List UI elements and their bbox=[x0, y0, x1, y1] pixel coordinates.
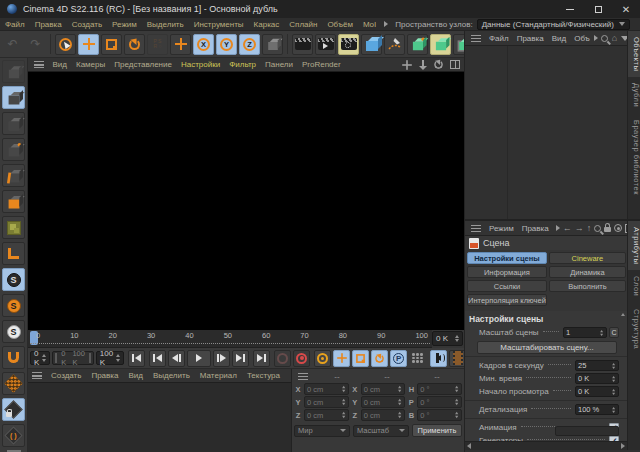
vp-menu-prorender[interactable]: ProRender bbox=[297, 60, 345, 69]
menu-edit[interactable]: Правка bbox=[30, 20, 67, 29]
preview-start-input[interactable]: 0 K bbox=[575, 386, 619, 397]
om-menu-view[interactable]: Вид bbox=[548, 34, 570, 43]
horizontal-scrollbar[interactable] bbox=[465, 441, 627, 450]
goto-end-button[interactable] bbox=[253, 350, 270, 367]
menu-mesh[interactable]: Каркас bbox=[249, 20, 285, 29]
spline-pen-button[interactable] bbox=[384, 34, 405, 55]
mat-menu-edit[interactable]: Правка bbox=[86, 371, 123, 380]
mat-menu-texture[interactable]: Текстура bbox=[242, 371, 285, 380]
om-menu-objects[interactable]: Объ bbox=[570, 34, 591, 43]
menu-tools[interactable]: Инструменты bbox=[189, 20, 249, 29]
object-menu-icon[interactable] bbox=[471, 35, 481, 42]
am-forward-icon[interactable]: → bbox=[575, 224, 584, 233]
coords-mode-dropdown[interactable]: Масштаб bbox=[353, 425, 409, 437]
vp-menu-display[interactable]: Представление bbox=[110, 60, 177, 69]
render-view-button[interactable] bbox=[292, 34, 313, 55]
timeline-ruler[interactable]: 0 10 20 30 40 50 60 70 80 90 100 bbox=[28, 330, 432, 348]
global-axis-button[interactable] bbox=[170, 34, 191, 55]
prev-frame-button[interactable] bbox=[168, 350, 185, 367]
menu-volume[interactable]: Объём bbox=[322, 20, 358, 29]
subdivision-surface-button[interactable] bbox=[407, 34, 428, 55]
size-x-field[interactable]: 0 cm bbox=[361, 383, 406, 395]
move-tool-button[interactable] bbox=[78, 34, 99, 55]
coords-size-header[interactable]: -- bbox=[362, 372, 412, 381]
add-cube-button[interactable] bbox=[361, 34, 382, 55]
rotate-tool-button[interactable] bbox=[124, 34, 145, 55]
om-search-icon[interactable] bbox=[601, 35, 608, 42]
tab-layers[interactable]: Слои bbox=[628, 270, 640, 302]
lock-z-button[interactable]: Z bbox=[239, 34, 260, 55]
texture-mode-button[interactable] bbox=[2, 112, 25, 135]
viewport-pan-icon[interactable] bbox=[401, 59, 412, 70]
size-y-field[interactable]: 0 cm bbox=[361, 396, 406, 408]
fps-input[interactable]: 25 bbox=[575, 360, 619, 371]
current-frame-spinner[interactable]: 0 K bbox=[30, 351, 50, 365]
scene-object-row[interactable]: Сцена bbox=[465, 236, 627, 250]
am-focus-icon[interactable] bbox=[614, 224, 622, 232]
record-button[interactable] bbox=[274, 350, 291, 367]
redo-button[interactable]: ↷ bbox=[25, 34, 46, 55]
key-position-button[interactable] bbox=[333, 350, 350, 367]
menu-overflow-icon[interactable] bbox=[384, 21, 388, 27]
am-lock-icon[interactable] bbox=[604, 227, 611, 232]
om-menu-overflow-icon[interactable] bbox=[594, 35, 598, 41]
next-key-button[interactable] bbox=[232, 350, 249, 367]
coordinate-system-button[interactable] bbox=[262, 34, 283, 55]
planar-workplane-button[interactable]: ( ) bbox=[2, 424, 25, 447]
menu-file[interactable]: Файл bbox=[0, 20, 30, 29]
scale-scene-button[interactable]: Масштабировать сцену... bbox=[477, 341, 617, 354]
material-menu-icon[interactable] bbox=[32, 372, 42, 379]
mat-menu-select[interactable]: Выделить bbox=[148, 371, 195, 380]
last-tool-button[interactable]: P SR ○ bbox=[147, 34, 168, 55]
lock-x-button[interactable]: X bbox=[193, 34, 214, 55]
min-time-input[interactable]: 0 K bbox=[575, 373, 619, 384]
key-parameter-button[interactable]: P bbox=[390, 350, 407, 367]
rot-p-field[interactable]: 0 ° bbox=[417, 396, 462, 408]
tab-key-interpolation[interactable]: Интерполяция ключей bbox=[467, 294, 547, 306]
material-list-area[interactable] bbox=[28, 383, 291, 452]
apply-button[interactable]: Применить bbox=[412, 424, 462, 437]
autokey-button[interactable] bbox=[293, 350, 310, 367]
goto-start-button[interactable] bbox=[128, 350, 145, 367]
key-scale-button[interactable] bbox=[352, 350, 369, 367]
lock-y-button[interactable]: Y bbox=[216, 34, 237, 55]
rot-h-field[interactable]: 0 ° bbox=[417, 383, 462, 395]
vp-menu-panels[interactable]: Панели bbox=[261, 60, 298, 69]
tab-content-browser[interactable]: Браузер библиотек bbox=[628, 114, 640, 201]
tab-cineware[interactable]: Cineware bbox=[549, 252, 626, 264]
vp-menu-cameras[interactable]: Камеры bbox=[71, 60, 109, 69]
scale-tool-button[interactable] bbox=[101, 34, 122, 55]
next-frame-button[interactable] bbox=[213, 350, 230, 367]
prev-key-button[interactable] bbox=[149, 350, 166, 367]
menu-create[interactable]: Создать bbox=[67, 20, 107, 29]
viewport-dolly-icon[interactable] bbox=[417, 59, 428, 70]
am-search-icon[interactable] bbox=[594, 225, 601, 232]
edge-mode-button[interactable] bbox=[2, 164, 25, 187]
om-menu-file[interactable]: Файл bbox=[485, 34, 513, 43]
attribute-menu-icon[interactable] bbox=[471, 225, 481, 232]
viewport-orbit-icon[interactable] bbox=[433, 59, 444, 70]
am-back-icon[interactable]: ← bbox=[563, 224, 572, 233]
snap-settings-button[interactable]: S bbox=[2, 320, 25, 343]
tab-references[interactable]: Ссылки bbox=[467, 280, 547, 292]
mat-menu-create[interactable]: Создать bbox=[46, 371, 86, 380]
keyframe-selection-button[interactable] bbox=[314, 350, 331, 367]
tab-execute[interactable]: Выполнить bbox=[549, 280, 626, 292]
preview-range-slider[interactable]: 0 K100 K bbox=[52, 351, 94, 365]
undo-button[interactable]: ↶ bbox=[2, 34, 23, 55]
menu-moi[interactable]: MoI bbox=[358, 20, 381, 29]
menu-mode[interactable]: Режим bbox=[107, 20, 142, 29]
polygon-mode-button[interactable] bbox=[2, 190, 25, 213]
sound-toggle-button[interactable] bbox=[430, 350, 447, 367]
vp-menu-filter[interactable]: Фильтр bbox=[225, 60, 261, 69]
make-editable-button[interactable] bbox=[2, 60, 25, 83]
viewport-toggle-icon[interactable] bbox=[449, 59, 460, 70]
render-settings-button[interactable] bbox=[338, 34, 359, 55]
rot-b-field[interactable]: 0 ° bbox=[417, 409, 462, 421]
vp-menu-view[interactable]: Вид bbox=[48, 60, 71, 69]
render-picture-viewer-button[interactable] bbox=[315, 34, 336, 55]
axis-mode-button[interactable] bbox=[2, 242, 25, 265]
snap-toggle-button[interactable]: S bbox=[2, 268, 25, 291]
vp-menu-options[interactable]: Настройки bbox=[176, 60, 224, 69]
maximize-button[interactable] bbox=[584, 0, 612, 18]
